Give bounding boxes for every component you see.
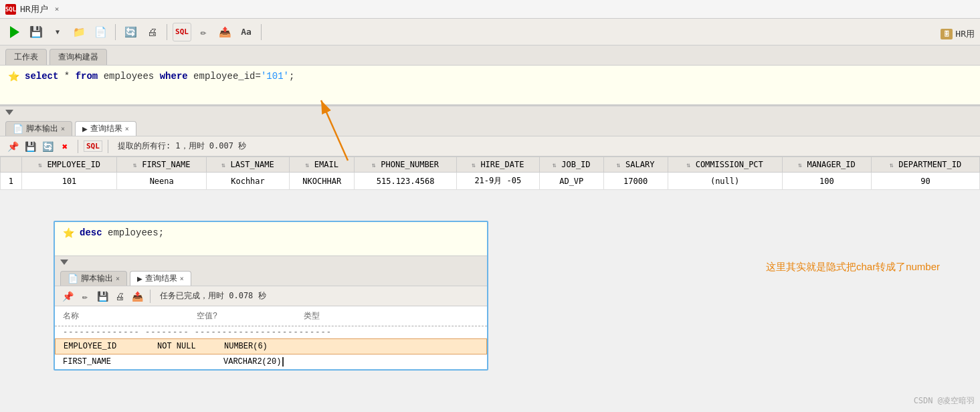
result-tab-bar: 📄 脚本输出 × ▶ 查询结果 × xyxy=(0,118,980,136)
col-header-manager[interactable]: ⇅ MANAGER_ID xyxy=(782,157,872,173)
desc-header-col3: 类型 xyxy=(304,310,320,322)
overlay-collapse[interactable] xyxy=(55,255,487,268)
overlay-export-button[interactable]: 📤 xyxy=(130,289,144,304)
arrow-down-icon xyxy=(5,110,13,115)
refresh-icon: 🔄 xyxy=(124,26,137,38)
print-button[interactable]: 🖨 xyxy=(142,23,161,41)
tab-query-result[interactable]: ▶ 查询结果 × xyxy=(75,121,136,136)
result-delete-button[interactable]: ✖ xyxy=(58,139,72,154)
desc-col2-first-name xyxy=(157,357,223,367)
result-refresh-button[interactable]: 🔄 xyxy=(40,139,55,154)
format-button[interactable]: Aa xyxy=(237,23,256,41)
overlay-tab-result[interactable]: ▶ 查询结果 × xyxy=(130,271,191,286)
overlay-pin-button[interactable]: 📌 xyxy=(60,289,75,304)
col-header-commission[interactable]: ⇅ COMMISSION_PCT xyxy=(668,157,782,173)
pencil-icon: ✏️ xyxy=(200,26,206,38)
new-button[interactable]: 📄 xyxy=(91,23,110,41)
open-button[interactable]: 📁 xyxy=(70,23,88,41)
refresh-button[interactable]: 🔄 xyxy=(121,23,140,41)
desc-col2-employee-id: NOT NULL xyxy=(157,342,224,351)
result-toolbar: 📌 💾 🔄 ✖ SQL 提取的所有行: 1，用时 0.007 秒 xyxy=(0,136,980,157)
desc-col1-first-name: FIRST_NAME xyxy=(63,357,157,367)
overlay-sql-code: desc employees; xyxy=(80,227,164,238)
hr-user-button[interactable]: 🗄 HR用 xyxy=(941,28,975,40)
table-row: 1 101 Neena Kochhar NKOCHHAR 515.123.456… xyxy=(1,173,980,190)
edit-button[interactable]: ✏️ xyxy=(194,23,213,41)
sql-string-value: '101' xyxy=(261,71,289,82)
result-save-button[interactable]: 💾 xyxy=(23,139,37,154)
app-icon: SQL xyxy=(5,4,16,15)
table-header-row: ⇅ EMPLOYEE_ID ⇅ FIRST_NAME ⇅ LAST_NAME ⇅… xyxy=(1,157,980,173)
cell-email: NKOCHHAR xyxy=(290,173,355,190)
overlay-separator xyxy=(150,290,151,303)
overlay-tab-script-label: 脚本输出 xyxy=(81,273,113,284)
result-table: ⇅ EMPLOYEE_ID ⇅ FIRST_NAME ⇅ LAST_NAME ⇅… xyxy=(0,157,980,190)
overlay-print-button[interactable]: 🖨 xyxy=(112,289,127,304)
overlay-result-tabs: 📄 脚本输出 × ▶ 查询结果 × xyxy=(55,268,487,286)
cell-dept: 90 xyxy=(872,173,980,190)
close-script-tab-icon[interactable]: × xyxy=(61,125,65,132)
col-header-job-id[interactable]: ⇅ JOB_ID xyxy=(539,157,603,173)
overlay-sql-editor[interactable]: ⭐ desc employees; xyxy=(55,222,487,255)
overlay-tab-result-play-icon: ▶ xyxy=(137,274,142,284)
desc-dashed-line: -------------- -------- ----------------… xyxy=(55,326,487,338)
sort-icon-first-name: ⇅ xyxy=(133,161,137,169)
result-refresh-icon: 🔄 xyxy=(42,141,54,152)
run-icon xyxy=(10,26,19,38)
pin-button[interactable]: 📌 xyxy=(5,139,20,154)
overlay-close-script-icon[interactable]: × xyxy=(116,275,120,282)
sort-icon-last-name: ⇅ xyxy=(221,161,225,169)
col-header-employee-id[interactable]: ⇅ EMPLOYEE_ID xyxy=(21,157,117,173)
overlay-close-result-icon[interactable]: × xyxy=(180,275,184,282)
title-bar-title: HR用户 xyxy=(20,3,48,15)
kw-select: select xyxy=(25,71,58,82)
desc-row-employee-id: EMPLOYEE_ID NOT NULL NUMBER(6) xyxy=(55,338,487,354)
cell-employee-id: 101 xyxy=(21,173,117,190)
separator-1 xyxy=(115,24,116,40)
save-button[interactable]: 💾 xyxy=(27,23,45,41)
tab-query-builder-label: 查询构建器 xyxy=(58,51,98,63)
sql-button[interactable]: SQL xyxy=(173,23,191,41)
overlay-pencil-icon: ✏️ xyxy=(82,291,88,302)
col-header-salary[interactable]: ⇅ SALARY xyxy=(603,157,668,173)
arrow-to-query xyxy=(268,87,388,174)
overlay-save-icon: 💾 xyxy=(97,291,108,302)
cell-hire-date: 21-9月 -05 xyxy=(456,173,539,190)
overlay-save-button[interactable]: 💾 xyxy=(95,289,110,304)
title-bar-close[interactable]: × xyxy=(55,5,60,13)
col-header-dept[interactable]: ⇅ DEPARTMENT_ID xyxy=(872,157,980,173)
sort-icon-job-id: ⇅ xyxy=(553,161,557,169)
separator-3 xyxy=(261,24,262,40)
desc-row-first-name: FIRST_NAME VARCHAR2(20) xyxy=(55,354,487,369)
col-header-first-name[interactable]: ⇅ FIRST_NAME xyxy=(117,157,207,173)
collapse-arrow[interactable] xyxy=(0,106,980,118)
overlay-arrow-down-icon xyxy=(60,260,68,265)
run-button[interactable] xyxy=(5,23,24,41)
sort-icon-dept: ⇅ xyxy=(890,161,894,169)
col-header-rownum xyxy=(1,157,22,173)
overlay-tab-result-label: 查询结果 xyxy=(145,273,177,284)
export-button[interactable]: 📤 xyxy=(215,23,234,41)
sql-editor[interactable]: ⭐ select * from employees where employee… xyxy=(0,66,980,106)
overlay-table-area: 名称 空值? 类型 -------------- -------- ------… xyxy=(55,306,487,369)
tab-worksheet[interactable]: 工作表 xyxy=(5,49,47,65)
close-result-tab-icon[interactable]: × xyxy=(125,125,129,132)
hr-icon: 🗄 xyxy=(941,29,953,39)
play-icon-tab: ▶ xyxy=(82,124,88,134)
open-icon: 📁 xyxy=(73,26,86,38)
result-separator-2 xyxy=(108,140,108,153)
cell-last-name: Kochhar xyxy=(206,173,289,190)
kw-from: from xyxy=(76,71,98,82)
overlay-tab-script[interactable]: 📄 脚本输出 × xyxy=(60,271,127,286)
tab-script-output-label: 脚本输出 xyxy=(26,123,58,134)
tab-query-result-label: 查询结果 xyxy=(90,123,122,134)
col-header-hire-date[interactable]: ⇅ HIRE_DATE xyxy=(456,157,539,173)
cell-salary: 17000 xyxy=(603,173,668,190)
desc-header-row: 名称 空值? 类型 xyxy=(55,306,487,326)
dropdown-button[interactable]: ▼ xyxy=(48,23,67,41)
result-table-container: ⇅ EMPLOYEE_ID ⇅ FIRST_NAME ⇅ LAST_NAME ⇅… xyxy=(0,157,980,190)
overlay-pencil-button[interactable]: ✏️ xyxy=(78,289,92,304)
tab-script-output[interactable]: 📄 脚本输出 × xyxy=(5,121,72,136)
tab-query-builder[interactable]: 查询构建器 xyxy=(50,49,107,65)
sort-icon-hire-date: ⇅ xyxy=(472,161,476,169)
